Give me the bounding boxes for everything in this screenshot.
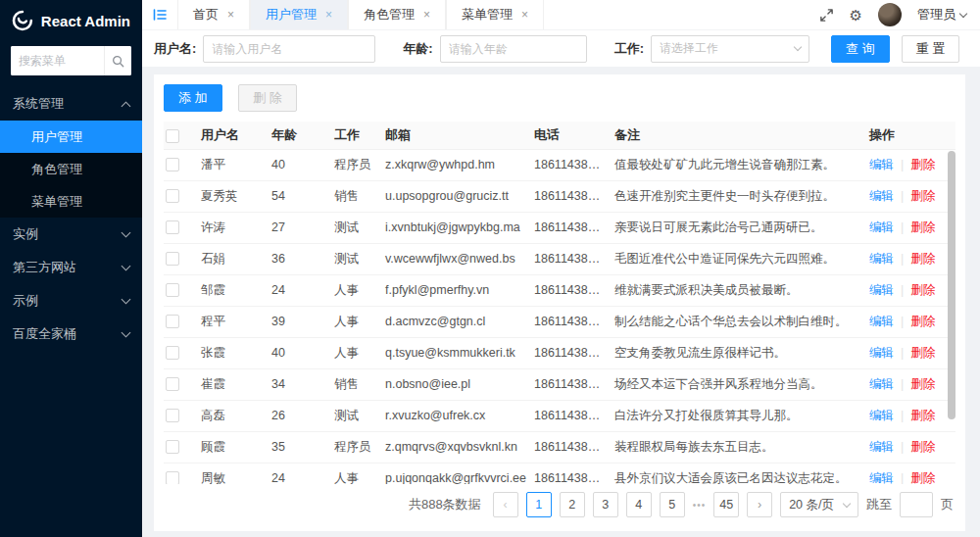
sidebar-item-system[interactable]: 系统管理 — [0, 87, 142, 121]
tab-menus[interactable]: 菜单管理 × — [446, 0, 544, 29]
tab-home[interactable]: 首页 × — [177, 0, 250, 29]
cell-age: 24 — [268, 463, 330, 484]
cell-note: 维就满要式派积决美成员被最断。 — [611, 274, 865, 306]
select-all-checkbox[interactable] — [166, 129, 179, 143]
edit-link[interactable]: 编辑 — [869, 471, 894, 485]
total-count-label: 共888条数据 — [409, 496, 481, 513]
delete-link[interactable]: 删除 — [910, 189, 935, 203]
page-size-select[interactable]: 20 条/页 — [780, 492, 858, 517]
tab-label: 用户管理 — [266, 6, 317, 24]
row-checkbox[interactable] — [166, 252, 179, 266]
edit-link[interactable]: 编辑 — [869, 377, 894, 391]
table-row: 夏秀英54销售u.upsopgrou@gruciz.tt18611438888色… — [164, 180, 956, 212]
delete-button[interactable]: 删 除 — [238, 84, 297, 112]
sidebar-item-baidu[interactable]: 百度全家桶 — [0, 317, 142, 351]
row-checkbox[interactable] — [166, 471, 179, 484]
delete-link[interactable]: 删除 — [910, 220, 935, 234]
vertical-scrollbar[interactable] — [948, 151, 956, 419]
edit-link[interactable]: 编辑 — [869, 252, 894, 266]
cell-age: 24 — [268, 274, 330, 306]
sidebar-search-input[interactable] — [11, 46, 104, 75]
sidebar-item-examples[interactable]: 示例 — [0, 284, 142, 317]
delete-link[interactable]: 删除 — [910, 252, 935, 266]
tab-users[interactable]: 用户管理 × — [250, 0, 348, 29]
page-button-4[interactable]: 4 — [626, 492, 652, 517]
tab-roles[interactable]: 角色管理 × — [348, 0, 446, 29]
row-checkbox[interactable] — [166, 283, 179, 297]
row-checkbox[interactable] — [166, 189, 179, 203]
delete-link[interactable]: 删除 — [910, 158, 935, 171]
delete-link[interactable]: 删除 — [910, 377, 935, 391]
row-checkbox[interactable] — [166, 315, 179, 328]
row-checkbox[interactable] — [166, 158, 179, 171]
page-button-3[interactable]: 3 — [593, 492, 618, 517]
content-card: 添 加 删 除 用户名 年龄 工作 邮箱 — [154, 74, 965, 531]
delete-link[interactable]: 删除 — [910, 346, 935, 360]
prev-page-button[interactable]: ‹ — [493, 492, 518, 517]
delete-link[interactable]: 删除 — [910, 315, 935, 328]
job-select[interactable]: 请选择工作 — [651, 35, 809, 63]
page-button-5[interactable]: 5 — [660, 492, 685, 517]
gear-icon[interactable]: ⚙ — [850, 8, 862, 23]
cell-email: v.wcewwfjlwx@nwed.bs — [381, 243, 530, 274]
chevron-down-icon — [794, 43, 802, 51]
sidebar-item-roles[interactable]: 角色管理 — [0, 153, 142, 185]
username-input[interactable] — [203, 35, 375, 63]
next-page-button[interactable]: › — [747, 492, 772, 517]
close-icon[interactable]: × — [521, 9, 528, 21]
cell-age: 35 — [268, 431, 330, 463]
row-checkbox[interactable] — [166, 377, 179, 391]
cell-email: i.xvnbtukj@jgwpykbg.ma — [381, 212, 530, 243]
edit-link[interactable]: 编辑 — [869, 189, 894, 203]
cell-email: z.xkqrw@ywhpd.hm — [381, 149, 530, 180]
row-checkbox[interactable] — [166, 440, 179, 454]
edit-link[interactable]: 编辑 — [869, 409, 894, 422]
sidebar-item-users[interactable]: 用户管理 — [0, 121, 142, 153]
sidebar-item-thirdparty[interactable]: 第三方网站 — [0, 251, 142, 284]
delete-link[interactable]: 删除 — [910, 409, 935, 422]
page-button-2[interactable]: 2 — [560, 492, 585, 517]
close-icon[interactable]: × — [325, 9, 332, 21]
cell-username: 周敏 — [197, 463, 268, 484]
row-checkbox[interactable] — [166, 220, 179, 234]
action-divider: | — [901, 346, 904, 360]
cell-job: 测试 — [330, 243, 381, 274]
page-button-last[interactable]: 45 — [713, 492, 739, 517]
cell-username: 潘平 — [197, 149, 268, 180]
fullscreen-icon[interactable] — [819, 8, 834, 23]
col-header-email: 邮箱 — [381, 122, 530, 149]
action-divider: | — [901, 252, 904, 266]
edit-link[interactable]: 编辑 — [869, 315, 894, 328]
cell-age: 40 — [268, 149, 330, 180]
page-button-1[interactable]: 1 — [526, 492, 552, 517]
cell-age: 54 — [268, 180, 330, 212]
sidebar-item-instance[interactable]: 实例 — [0, 218, 142, 251]
row-checkbox[interactable] — [166, 409, 179, 422]
cell-username: 程平 — [197, 306, 268, 337]
age-input[interactable] — [440, 35, 587, 63]
sidebar-item-menus[interactable]: 菜单管理 — [0, 185, 142, 218]
row-checkbox[interactable] — [166, 346, 179, 360]
menu-fold-button[interactable] — [142, 7, 177, 23]
edit-link[interactable]: 编辑 — [869, 283, 894, 297]
close-icon[interactable]: × — [423, 9, 430, 21]
sidebar-search-button[interactable] — [104, 46, 131, 75]
edit-link[interactable]: 编辑 — [869, 158, 894, 171]
delete-link[interactable]: 删除 — [910, 283, 935, 297]
edit-link[interactable]: 编辑 — [869, 346, 894, 360]
avatar[interactable] — [878, 3, 902, 26]
chevron-down-icon — [122, 228, 131, 238]
delete-link[interactable]: 删除 — [910, 440, 935, 454]
edit-link[interactable]: 编辑 — [869, 440, 894, 454]
add-button[interactable]: 添 加 — [164, 84, 222, 112]
cell-email: p.ujqonqakk@grfkvvrci.ee — [381, 463, 530, 484]
edit-link[interactable]: 编辑 — [869, 220, 894, 234]
cell-job: 程序员 — [330, 149, 381, 180]
table-toolbar: 添 加 删 除 — [164, 84, 956, 112]
user-menu[interactable]: 管理员 — [917, 6, 966, 24]
delete-link[interactable]: 删除 — [910, 471, 935, 485]
close-icon[interactable]: × — [227, 9, 234, 21]
search-button[interactable]: 查 询 — [831, 35, 890, 63]
jump-page-input[interactable] — [900, 492, 933, 517]
reset-button[interactable]: 重 置 — [902, 35, 960, 63]
